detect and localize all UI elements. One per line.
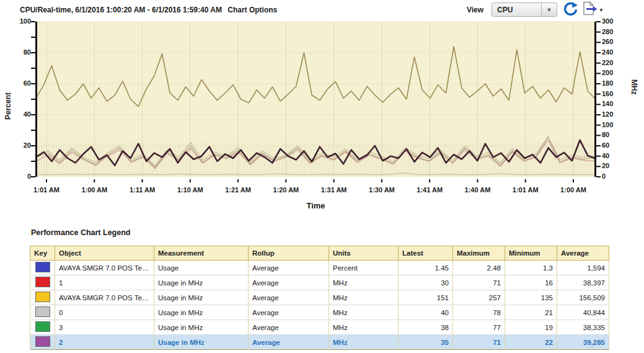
series-color-swatch: [35, 321, 50, 332]
latest-cell: 38: [399, 320, 453, 335]
right-axis-tick-label: 260: [602, 38, 613, 46]
right-axis-tick-label: 220: [602, 59, 613, 67]
performance-line-chart[interactable]: [35, 22, 596, 177]
average-cell: 38,397: [557, 275, 609, 290]
col-header-units: Units: [329, 246, 399, 261]
col-header-minimum: Minimum: [505, 246, 557, 261]
x-axis-tick-label: 1:00 AM: [560, 186, 586, 194]
header-bar: CPU/Real-time, 6/1/2016 1:00:20 AM - 6/1…: [0, 0, 644, 19]
rollup-cell: Average: [249, 290, 329, 305]
key-cell: [30, 261, 55, 275]
object-cell: AVAYA SMGR 7.0 POS Tea...: [55, 290, 154, 305]
x-axis-title: Time: [35, 201, 596, 210]
export-button[interactable]: [581, 1, 598, 17]
x-axis-tick-label: 1:20 AM: [273, 186, 299, 194]
chevron-down-icon[interactable]: ▼: [541, 3, 557, 16]
left-axis-tick-label: 0: [27, 172, 31, 181]
x-axis-tick-label: 1:01 AM: [513, 186, 539, 194]
latest-cell: 30: [399, 275, 453, 290]
legend-title: Performance Chart Legend: [31, 228, 130, 237]
x-axis-tick-label: 1:21 AM: [225, 186, 251, 194]
legend-table-row[interactable]: AVAYA SMGR 7.0 POS Tea... Usage in MHz A…: [30, 290, 609, 305]
rollup-cell: Average: [249, 335, 329, 350]
col-header-rollup: Rollup: [249, 246, 329, 261]
legend-table-row[interactable]: AVAYA SMGR 7.0 POS Tea... Usage Average …: [30, 261, 609, 275]
right-axis-tick-label: 20: [602, 162, 609, 170]
x-axis-tick-label: 1:00 AM: [81, 186, 107, 194]
minimum-cell: 19: [505, 320, 557, 335]
average-cell: 40,844: [557, 305, 609, 320]
left-axis-tick-label: 60: [24, 79, 31, 87]
maximum-cell: 71: [453, 275, 505, 290]
right-axis-title: MHz: [630, 79, 638, 95]
legend-table-row[interactable]: 2 Usage in MHz Average MHz 35 71 22 39,2…: [30, 335, 609, 350]
units-cell: MHz: [329, 335, 399, 350]
left-axis-tick-label: 100: [20, 17, 31, 25]
right-axis-tick-label: 200: [602, 69, 613, 77]
maximum-cell: 77: [453, 320, 505, 335]
key-cell: [30, 290, 55, 305]
right-axis-tick-label: 140: [602, 100, 613, 108]
left-axis-ticks: 020406080100: [11, 0, 31, 211]
refresh-button[interactable]: [562, 1, 578, 17]
export-icon: [581, 1, 598, 16]
key-cell: [30, 320, 55, 335]
object-cell: 1: [55, 275, 154, 290]
refresh-icon: [562, 1, 578, 17]
right-axis-tick-label: 80: [602, 131, 609, 139]
legend-table-row[interactable]: 3 Usage in MHz Average MHz 38 77 19 38,3…: [30, 320, 609, 335]
chart-title-text: CPU/Real-time, 6/1/2016 1:00:20 AM - 6/1…: [20, 6, 222, 14]
maximum-cell: 2.48: [453, 261, 505, 275]
x-axis-tick-label: 1:40 AM: [465, 186, 491, 194]
right-axis-tick-label: 160: [602, 90, 613, 98]
x-axis-tick-label: 1:11 AM: [130, 186, 155, 194]
measurement-cell: Usage in MHz: [154, 335, 249, 350]
col-header-maximum: Maximum: [453, 246, 505, 261]
latest-cell: 151: [399, 290, 453, 305]
performance-legend-table: Key Object Measurement Rollup Units Late…: [30, 246, 609, 350]
object-cell: 0: [55, 305, 154, 320]
maximum-cell: 78: [453, 305, 505, 320]
series-color-swatch: [35, 277, 50, 287]
x-axis-tick-label: 1:10 AM: [177, 186, 203, 194]
units-cell: MHz: [329, 320, 399, 335]
maximum-cell: 71: [453, 335, 505, 350]
minimum-cell: 1.3: [505, 261, 557, 275]
units-cell: MHz: [329, 275, 399, 290]
minimum-cell: 135: [505, 290, 557, 305]
rollup-cell: Average: [249, 275, 329, 290]
view-dropdown-value: CPU: [492, 6, 541, 14]
object-cell: AVAYA SMGR 7.0 POS Tea...: [55, 261, 154, 275]
series-color-swatch: [35, 262, 50, 272]
series-color-swatch: [35, 336, 50, 347]
col-header-key: Key: [30, 246, 55, 261]
units-cell: MHz: [329, 305, 399, 320]
col-header-average: Average: [557, 246, 609, 261]
minimum-cell: 22: [505, 335, 557, 350]
legend-header-row: Key Object Measurement Rollup Units Late…: [30, 246, 609, 261]
right-axis-tick-label: 280: [602, 28, 613, 36]
object-cell: 3: [55, 320, 154, 335]
chart-options-link[interactable]: Chart Options: [227, 6, 277, 14]
latest-cell: 40: [399, 305, 453, 320]
series-color-swatch: [35, 306, 50, 317]
right-axis-tick-label: 240: [602, 48, 613, 56]
right-axis-tick-label: 120: [602, 110, 613, 118]
performance-chart-page: CPU/Real-time, 6/1/2016 1:00:20 AM - 6/1…: [0, 0, 644, 353]
key-cell: [30, 335, 55, 350]
right-axis-tick-label: 40: [602, 152, 609, 160]
units-cell: Percent: [329, 261, 399, 275]
legend-table-row[interactable]: 1 Usage in MHz Average MHz 30 71 16 38,3…: [30, 275, 609, 290]
measurement-cell: Usage in MHz: [154, 305, 249, 320]
view-dropdown[interactable]: CPU ▼: [492, 2, 557, 17]
left-axis-tick-label: 20: [24, 141, 31, 150]
col-header-object: Object: [55, 246, 154, 261]
left-axis-tick-label: 80: [24, 48, 31, 56]
right-axis-tick-label: 100: [602, 121, 613, 129]
maximum-cell: 257: [453, 290, 505, 305]
series-color-swatch: [35, 292, 50, 302]
legend-table-row[interactable]: 0 Usage in MHz Average MHz 40 78 21 40,8…: [30, 305, 609, 320]
average-cell: 39,285: [557, 335, 609, 350]
x-axis-tick-label: 1:41 AM: [417, 186, 443, 194]
col-header-measurement: Measurement: [154, 246, 249, 261]
